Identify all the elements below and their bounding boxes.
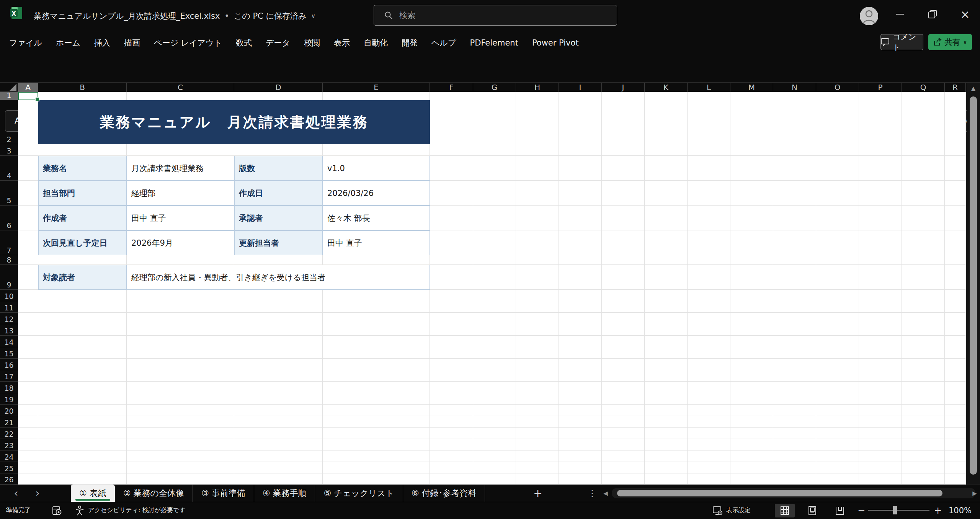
column-header-C[interactable]: C: [127, 83, 234, 92]
ribbon-tab-13[interactable]: PDFelement: [463, 32, 525, 54]
row-header-7[interactable]: 7: [0, 230, 18, 255]
sheet-tab-3[interactable]: ③ 事前準備: [193, 485, 254, 502]
scroll-right-arrow-icon[interactable]: ▶: [969, 485, 980, 502]
title-banner-cell[interactable]: 業務マニュアル 月次請求書処理業務: [38, 100, 430, 144]
ribbon-tab-3[interactable]: 挿入: [87, 32, 117, 54]
row-header-17[interactable]: 17: [0, 370, 18, 382]
ribbon-tab-8[interactable]: 校閲: [297, 32, 327, 54]
column-header-G[interactable]: G: [473, 83, 516, 92]
zoom-slider-track[interactable]: [868, 510, 929, 511]
row-header-11[interactable]: 11: [0, 301, 18, 313]
sheet-tab-6[interactable]: ⑥ 付録･参考資料: [403, 485, 485, 502]
sheet-tab-4[interactable]: ④ 業務手順: [254, 485, 315, 502]
add-sheet-button[interactable]: +: [530, 485, 546, 502]
prev-sheet-button[interactable]: ‹: [8, 485, 24, 502]
minimize-button[interactable]: [889, 0, 911, 28]
row-header-8[interactable]: 8: [0, 255, 18, 265]
column-header-N[interactable]: N: [773, 83, 816, 92]
share-button[interactable]: 共有 ∨: [928, 34, 972, 50]
info-label-cell[interactable]: 作成者: [38, 206, 127, 230]
column-header-K[interactable]: K: [645, 83, 688, 92]
ribbon-tab-7[interactable]: データ: [259, 32, 297, 54]
status-mode[interactable]: 準備完了: [6, 502, 31, 519]
sheet-tab-more-button[interactable]: ⋮: [586, 485, 598, 502]
audience-value-cell[interactable]: 経理部の新入社員・異動者、引き継ぎを受ける担当者: [127, 265, 430, 290]
column-header-J[interactable]: J: [602, 83, 645, 92]
column-header-I[interactable]: I: [559, 83, 602, 92]
horizontal-scrollbar-thumb[interactable]: [617, 490, 942, 496]
maximize-button[interactable]: [921, 0, 944, 28]
row-header-19[interactable]: 19: [0, 393, 18, 405]
row-header-6[interactable]: 6: [0, 206, 18, 230]
ribbon-tab-12[interactable]: ヘルプ: [425, 32, 463, 54]
info-label-cell[interactable]: 作成日: [234, 181, 323, 206]
zoom-in-button[interactable]: +: [934, 502, 942, 519]
zoom-out-button[interactable]: −: [858, 502, 865, 519]
info-label-cell[interactable]: 版数: [234, 156, 323, 181]
ribbon-tab-14[interactable]: Power Pivot: [525, 32, 586, 54]
row-header-21[interactable]: 21: [0, 416, 18, 428]
row-header-16[interactable]: 16: [0, 359, 18, 370]
page-break-view-button[interactable]: [830, 504, 850, 517]
info-value-cell[interactable]: 田中 直子: [323, 230, 430, 255]
row-header-14[interactable]: 14: [0, 336, 18, 347]
column-header-D[interactable]: D: [234, 83, 323, 92]
sheet-tab-5[interactable]: ⑤ チェックリスト: [315, 485, 403, 502]
scroll-up-arrow-icon[interactable]: ▲: [968, 83, 978, 93]
zoom-slider-thumb[interactable]: [893, 506, 897, 514]
info-label-cell[interactable]: 次回見直し予定日: [38, 230, 127, 255]
row-header-1[interactable]: 1: [0, 92, 18, 100]
row-header-18[interactable]: 18: [0, 382, 18, 393]
ribbon-tab-1[interactable]: ファイル: [2, 32, 49, 54]
macro-record-icon[interactable]: [52, 502, 62, 519]
row-header-23[interactable]: 23: [0, 439, 18, 450]
fill-handle[interactable]: [35, 97, 39, 101]
row-header-25[interactable]: 25: [0, 462, 18, 473]
row-header-15[interactable]: 15: [0, 347, 18, 359]
close-button[interactable]: ×: [954, 0, 977, 28]
column-header-O[interactable]: O: [816, 83, 859, 92]
info-value-cell[interactable]: 2026/03/26: [323, 181, 430, 206]
info-value-cell[interactable]: 2026年9月: [127, 230, 234, 255]
info-value-cell[interactable]: v1.0: [323, 156, 430, 181]
document-title-group[interactable]: 業務マニュアルサンプル_月次請求処理_Excel.xlsx • この PC に保…: [34, 0, 315, 32]
row-header-22[interactable]: 22: [0, 428, 18, 439]
selected-cell-outline[interactable]: [18, 92, 38, 100]
zoom-level[interactable]: 100%: [949, 502, 972, 519]
sheet-tab-2[interactable]: ② 業務の全体像: [115, 485, 193, 502]
column-header-B[interactable]: B: [38, 83, 127, 92]
info-value-cell[interactable]: 佐々木 部長: [323, 206, 430, 230]
sheet-tab-1[interactable]: ① 表紙: [71, 485, 115, 502]
scroll-left-arrow-icon[interactable]: ◀: [600, 485, 611, 502]
info-value-cell[interactable]: 経理部: [127, 181, 234, 206]
avatar[interactable]: [860, 7, 878, 25]
ribbon-tab-9[interactable]: 表示: [327, 32, 357, 54]
info-value-cell[interactable]: 月次請求書処理業務: [127, 156, 234, 181]
search-input[interactable]: 検索: [374, 5, 617, 26]
column-header-F[interactable]: F: [430, 83, 473, 92]
info-label-cell[interactable]: 業務名: [38, 156, 127, 181]
next-sheet-button[interactable]: ›: [30, 485, 45, 502]
column-header-H[interactable]: H: [516, 83, 559, 92]
vertical-scrollbar-thumb[interactable]: [970, 96, 977, 475]
ribbon-tab-6[interactable]: 数式: [229, 32, 259, 54]
page-layout-view-button[interactable]: [802, 504, 822, 517]
info-label-cell[interactable]: 担当部門: [38, 181, 127, 206]
ribbon-tab-11[interactable]: 開発: [395, 32, 425, 54]
row-header-10[interactable]: 10: [0, 290, 18, 301]
row-header-13[interactable]: 13: [0, 324, 18, 336]
ribbon-tab-10[interactable]: 自動化: [357, 32, 395, 54]
row-header-4[interactable]: 4: [0, 156, 18, 181]
comments-button[interactable]: コメント: [880, 34, 923, 50]
row-header-26[interactable]: 26: [0, 473, 18, 485]
accessibility-status[interactable]: アクセシビリティ: 検討が必要です: [75, 502, 186, 519]
ribbon-tab-5[interactable]: ページ レイアウト: [147, 32, 229, 54]
column-header-M[interactable]: M: [730, 83, 773, 92]
column-header-Q[interactable]: Q: [902, 83, 945, 92]
info-label-cell[interactable]: 承認者: [234, 206, 323, 230]
ribbon-tab-2[interactable]: ホーム: [49, 32, 87, 54]
info-label-cell[interactable]: 更新担当者: [234, 230, 323, 255]
row-header-12[interactable]: 12: [0, 313, 18, 324]
row-header-3[interactable]: 3: [0, 144, 18, 156]
row-header-5[interactable]: 5: [0, 181, 18, 206]
